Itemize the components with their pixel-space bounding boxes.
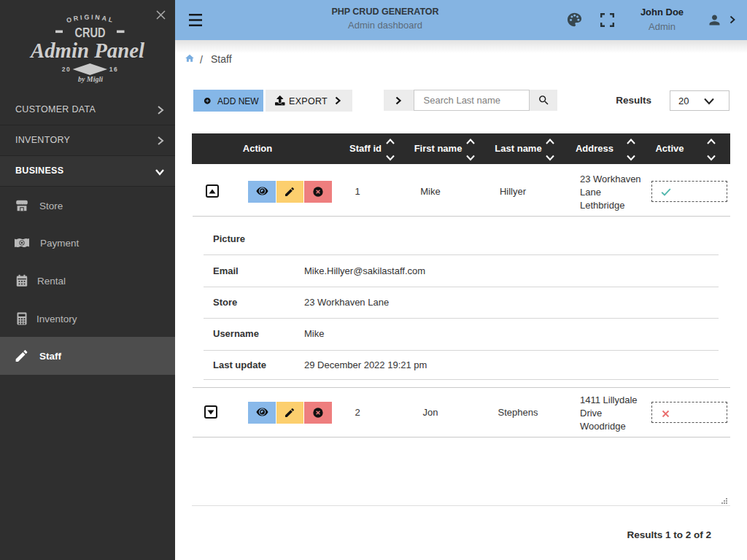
svg-text:ORIGINAL: ORIGINAL xyxy=(66,13,115,24)
svg-text:16: 16 xyxy=(109,66,118,73)
svg-text:by Migli: by Migli xyxy=(78,75,103,83)
svg-text:20: 20 xyxy=(62,66,71,73)
svg-text:Admin Panel: Admin Panel xyxy=(29,38,145,62)
